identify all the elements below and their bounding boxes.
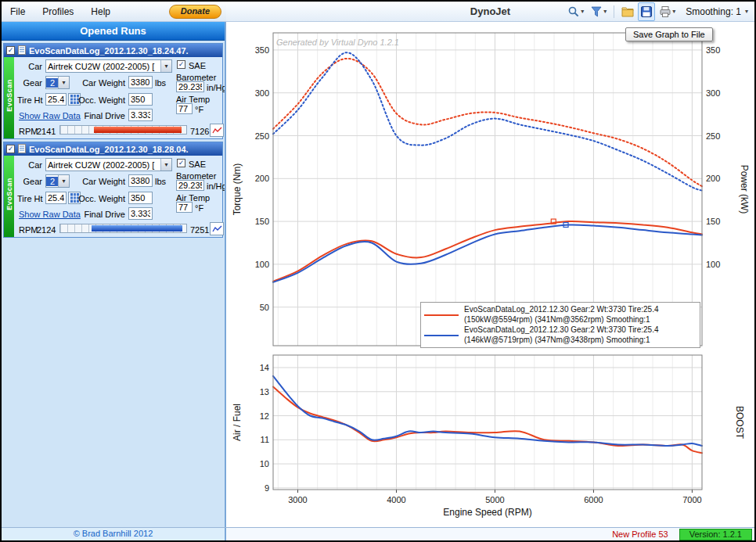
tire-height-input[interactable]: [45, 192, 67, 204]
svg-text:300: 300: [706, 88, 720, 98]
air-temp-unit: °F: [195, 203, 203, 213]
toolbar-separator: [614, 5, 614, 18]
svg-text:13: 13: [260, 387, 269, 397]
legend-line-swatch: [424, 314, 459, 316]
car-weight-input[interactable]: [128, 174, 153, 187]
save-graph-button[interactable]: [638, 2, 655, 21]
open-folder-icon: [621, 5, 634, 18]
show-raw-data-link[interactable]: Show Raw Data: [19, 111, 81, 120]
car-weight-label: Car Weight: [75, 177, 125, 186]
svg-text:150: 150: [255, 217, 269, 226]
dyno-chart[interactable]: Generated by Virtual Dyno 1.2.1 EvoScanD…: [228, 28, 756, 352]
zoom-button[interactable]: ▾: [565, 2, 586, 21]
tire-height-input[interactable]: [45, 93, 67, 106]
svg-text:250: 250: [706, 131, 720, 141]
svg-text:Power (kW): Power (kW): [739, 165, 750, 214]
final-drive-input[interactable]: [128, 109, 153, 121]
save-icon: [640, 5, 653, 18]
version-badge: Version: 1.2.1: [679, 529, 752, 540]
svg-text:4000: 4000: [387, 495, 405, 504]
gear-select-value: 2: [46, 78, 58, 88]
legend-line-swatch: [424, 335, 459, 336]
svg-text:50: 50: [260, 303, 269, 312]
svg-text:350: 350: [706, 45, 720, 55]
save-tooltip: Save Graph to File: [625, 27, 713, 41]
svg-text:Air / Fuel: Air / Fuel: [232, 404, 243, 441]
final-drive-input[interactable]: [128, 207, 153, 220]
evoscan-source-strip: EvoScan: [4, 57, 14, 138]
source-label: EvoScan: [5, 167, 13, 221]
occ-weight-input[interactable]: [128, 93, 153, 106]
datalog-file-icon: [18, 44, 26, 58]
rpm-range-slider[interactable]: [59, 224, 187, 233]
menu-profiles[interactable]: Profiles: [34, 2, 82, 22]
menu-bar: File Profiles Help Donate: [2, 2, 226, 22]
smoothing-select[interactable]: Smoothing: 1 ▾: [686, 6, 748, 17]
profile-name-label: New Profile 53: [612, 529, 668, 539]
gear-select[interactable]: 2 ▾: [45, 174, 70, 188]
svg-text:350: 350: [255, 45, 269, 55]
svg-text:300: 300: [255, 88, 269, 98]
svg-text:200: 200: [706, 174, 720, 183]
rpm-label: RPM: [19, 225, 38, 235]
legend-entry: EvoScanDataLog_2012.12.30 Gear:2 Wt:3730…: [424, 325, 697, 345]
virtual-dyno-window: File Profiles Help Donate DynoJet ▾ ▾: [0, 0, 756, 542]
svg-text:Torque (Nm): Torque (Nm): [232, 163, 243, 216]
show-raw-data-link[interactable]: Show Raw Data: [19, 210, 81, 219]
svg-text:200: 200: [255, 174, 269, 183]
rpm-min-value: 2124: [37, 225, 56, 235]
occ-weight-input[interactable]: [128, 192, 153, 204]
sae-checkbox[interactable]: ✓: [177, 159, 185, 167]
run-graph-button[interactable]: [210, 124, 224, 137]
afr-boost-chart[interactable]: 9101112131430004000500060007000Air / Fue…: [228, 352, 756, 518]
air-temp-input[interactable]: [176, 103, 193, 114]
rpm-range-fill: [92, 225, 182, 232]
print-button[interactable]: ▾: [657, 2, 678, 21]
donate-button[interactable]: Donate: [169, 5, 221, 19]
svg-text:150: 150: [706, 217, 720, 226]
filter-button[interactable]: ▾: [588, 2, 609, 21]
legend-entry: EvoScanDataLog_2012.12.30 Gear:2 Wt:3730…: [424, 305, 697, 325]
car-select-value: Airtrek CU2W (2002-2005) [: [46, 62, 160, 71]
chevron-down-icon: ▾: [58, 175, 69, 187]
source-label: EvoScan: [5, 68, 13, 123]
chart-area: Generated by Virtual Dyno 1.2.1 EvoScanD…: [226, 22, 754, 528]
gear-select[interactable]: 2 ▾: [45, 76, 70, 89]
legend-label: EvoScanDataLog_2012.12.30 Gear:2 Wt:3730…: [464, 325, 697, 345]
barometer-input[interactable]: [176, 81, 204, 92]
final-drive-label: Final Drive: [75, 111, 125, 120]
car-select[interactable]: Airtrek CU2W (2002-2005) [ ▾: [45, 59, 172, 73]
barometer-input[interactable]: [176, 180, 204, 191]
menu-file[interactable]: File: [2, 2, 34, 22]
occ-weight-label: Occ. Weight: [75, 194, 125, 203]
rpm-range-slider[interactable]: [59, 125, 187, 135]
svg-text:14: 14: [260, 363, 269, 372]
car-weight-unit: lbs: [155, 177, 166, 186]
datalog-file-icon: [18, 142, 26, 156]
gear-label: Gear: [17, 177, 42, 186]
svg-text:100: 100: [255, 260, 269, 269]
menu-help[interactable]: Help: [82, 2, 119, 22]
rpm-max-value: 7126: [190, 127, 209, 136]
sae-checkbox[interactable]: ✓: [177, 60, 185, 69]
car-weight-input[interactable]: [128, 76, 153, 88]
car-weight-unit: lbs: [155, 78, 166, 88]
gear-label: Gear: [17, 78, 42, 88]
barometer-unit: in/Hg: [207, 181, 226, 191]
chevron-down-icon: ▾: [745, 8, 748, 15]
open-file-button[interactable]: [619, 2, 636, 21]
run-graph-button[interactable]: [210, 222, 224, 235]
status-bar: © Brad Barnhill 2012 New Profile 53 Vers…: [2, 527, 754, 540]
run-enabled-checkbox[interactable]: ✓: [6, 145, 15, 153]
car-select[interactable]: Airtrek CU2W (2002-2005) [ ▾: [45, 158, 172, 171]
air-temp-input[interactable]: [176, 202, 193, 213]
car-label: Car: [22, 160, 42, 170]
sidebar: Opened Runs ✓ EvoScanDataLog_2012.12.30_…: [2, 22, 226, 528]
barometer-unit: in/Hg: [207, 83, 226, 92]
tire-height-label: Tire Ht: [17, 194, 42, 203]
run-enabled-checkbox[interactable]: ✓: [6, 46, 15, 55]
car-weight-label: Car Weight: [75, 78, 125, 88]
car-label: Car: [22, 62, 42, 71]
smoothing-label: Smoothing: 1: [686, 6, 741, 17]
chevron-down-icon: ▾: [581, 8, 584, 15]
